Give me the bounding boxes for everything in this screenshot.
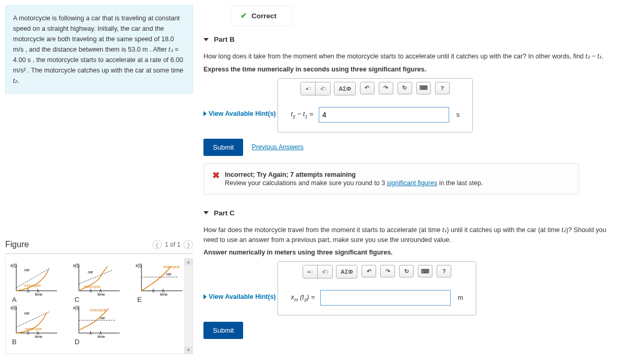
problem-statement: A motorcycle is following a car that is …: [5, 5, 193, 94]
svg-text:x(t): x(t): [135, 263, 142, 268]
keyboard-button[interactable]: ⌨: [418, 265, 432, 277]
svg-text:motorcycle: motorcycle: [163, 265, 180, 269]
svg-text:t₁: t₁: [27, 289, 30, 293]
svg-text:t₂: t₂: [37, 332, 40, 335]
part-b-prompt: How long does it take from the moment wh…: [203, 52, 610, 62]
svg-text:x(t): x(t): [73, 305, 79, 310]
part-b-feedback: ✖ Incorrect; Try Again; 7 attempts remai…: [203, 163, 579, 195]
part-b-previous-answers[interactable]: Previous Answers: [251, 143, 303, 151]
templates-button[interactable]: ▪□: [301, 82, 316, 95]
keyboard-button[interactable]: ⌨: [416, 82, 431, 94]
svg-text:t₂: t₂: [100, 332, 102, 335]
svg-text:motorcycle: motorcycle: [90, 308, 106, 312]
figure-body: x(t) time t₁ t₂ car motorcycle A: [5, 258, 193, 354]
figure-next-button[interactable]: ❯: [184, 240, 193, 249]
svg-text:motorcycle: motorcycle: [25, 327, 42, 331]
svg-text:t₁: t₁: [152, 289, 155, 293]
part-b-header[interactable]: Part B: [203, 35, 610, 43]
caret-right-icon: [203, 111, 207, 116]
caret-down-icon: [203, 38, 209, 41]
templates-button[interactable]: ▪□: [303, 265, 318, 278]
sqrt-button[interactable]: √□: [316, 82, 330, 95]
svg-text:t₁: t₁: [90, 332, 92, 335]
part-c-unit: m: [458, 294, 463, 301]
part-c-hints-toggle[interactable]: View Available Hint(s): [203, 293, 276, 300]
reset-button[interactable]: ↻: [399, 265, 414, 277]
svg-text:t₂: t₂: [100, 289, 102, 293]
svg-text:t₁: t₁: [90, 289, 92, 293]
part-b-unit: s: [456, 111, 460, 118]
part-b-hints-toggle[interactable]: View Available Hint(s): [203, 110, 276, 117]
sqrt-button[interactable]: √□: [318, 265, 332, 278]
svg-text:x(t): x(t): [10, 263, 17, 268]
part-c-header[interactable]: Part C: [203, 209, 610, 217]
svg-text:x(t): x(t): [10, 305, 17, 310]
part-b-answer-input[interactable]: [319, 107, 449, 123]
figure-nav-label: 1 of 1: [165, 241, 180, 248]
significant-figures-link[interactable]: significant figures: [387, 179, 438, 187]
part-b-var-label: t2 − t1 =: [291, 110, 313, 119]
part-b-submit-button[interactable]: Submit: [203, 139, 243, 156]
reset-button[interactable]: ↻: [398, 82, 412, 94]
svg-line-41: [16, 311, 50, 327]
svg-text:car: car: [24, 268, 30, 272]
part-b-instruction: Express the time numerically in seconds …: [203, 66, 610, 73]
greek-button[interactable]: ΑΣΦ: [334, 82, 355, 95]
part-c-answer-box: ▪□ √□ ΑΣΦ ↶ ↷ ↻ ⌨ ? xm (t2) =: [278, 261, 476, 316]
figure-option-b[interactable]: x(t) time t₁ t₂ car motorcycle: [10, 305, 60, 339]
svg-text:t₂: t₂: [37, 289, 40, 293]
part-c-prompt: How far does the motorcycle travel from …: [203, 225, 610, 245]
help-button[interactable]: ?: [437, 265, 451, 277]
part-b: Part B How long does it take from the mo…: [203, 35, 610, 195]
redo-button[interactable]: ↷: [380, 265, 395, 277]
svg-text:x(t): x(t): [73, 263, 79, 268]
correct-banner: ✔ Correct: [231, 5, 293, 26]
svg-text:t₁: t₁: [27, 332, 30, 335]
check-icon: ✔: [240, 11, 247, 20]
svg-text:car: car: [88, 270, 93, 274]
svg-text:motorcycle: motorcycle: [24, 284, 41, 288]
svg-text:car: car: [24, 311, 30, 316]
undo-button[interactable]: ↶: [360, 82, 375, 94]
svg-text:car: car: [166, 272, 172, 276]
undo-button[interactable]: ↶: [362, 265, 376, 277]
svg-text:car: car: [100, 316, 105, 320]
redo-button[interactable]: ↷: [379, 82, 393, 94]
part-c-var-label: xm (t2) =: [291, 293, 315, 302]
svg-text:t₂: t₂: [162, 289, 165, 293]
figure-heading: Figure: [5, 240, 29, 249]
part-b-answer-box: ▪□ √□ ΑΣΦ ↶ ↷ ↻ ⌨ ? t2 − t1 =: [278, 78, 473, 132]
caret-down-icon: [203, 211, 209, 214]
figure-scrollbar[interactable]: ▴ ▾: [184, 258, 192, 354]
figure-option-c[interactable]: x(t) time t₁ t₂ car motorcycle: [73, 262, 123, 297]
svg-text:motorcycle: motorcycle: [84, 285, 101, 289]
figure-option-d[interactable]: x(t) time t₁ t₂ car motorcycle: [73, 305, 123, 339]
figure-option-a[interactable]: x(t) time t₁ t₂ car motorcycle: [10, 262, 60, 297]
figure-option-e[interactable]: x(t) time t₁ t₂ car motorcycle: [135, 262, 185, 297]
greek-button[interactable]: ΑΣΦ: [336, 265, 357, 278]
help-button[interactable]: ?: [435, 82, 450, 94]
figure-prev-button[interactable]: ❮: [152, 240, 162, 249]
figure-panel: Figure ❮ 1 of 1 ❯ x(t) time: [5, 240, 193, 354]
part-c-instruction: Answer numerically in meters using three…: [203, 249, 610, 256]
part-c-submit-button[interactable]: Submit: [203, 322, 243, 339]
part-c-answer-input[interactable]: [320, 290, 451, 306]
caret-right-icon: [203, 294, 207, 299]
x-icon: ✖: [212, 171, 220, 180]
part-c: Part C How far does the motorcycle trave…: [203, 209, 610, 339]
